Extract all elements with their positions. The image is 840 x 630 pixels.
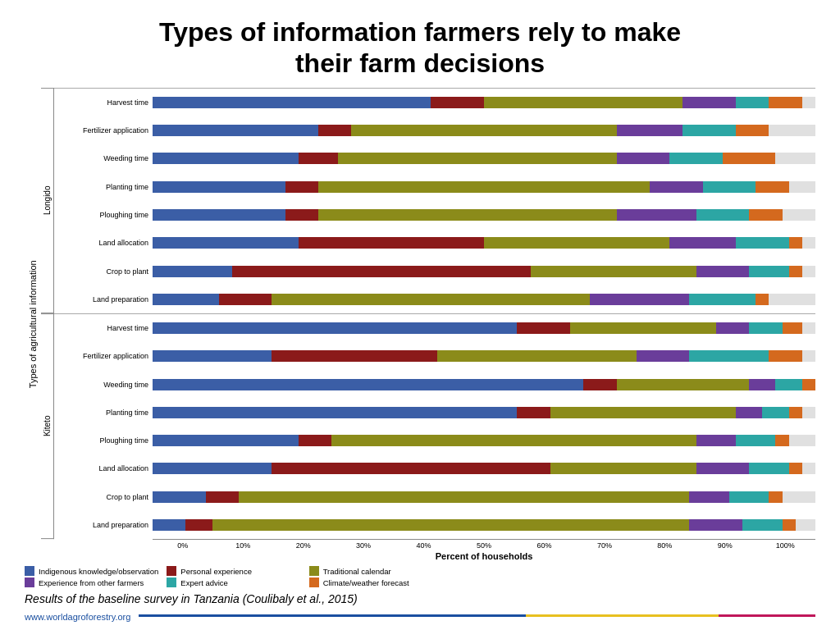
y-axis-label: Types of agricultural information bbox=[25, 88, 41, 561]
legend-swatch bbox=[167, 578, 176, 587]
legend-container: Indigenous knowledge/observationPersonal… bbox=[25, 566, 815, 587]
x-tick: 20% bbox=[273, 541, 333, 550]
x-tick: 0% bbox=[153, 541, 212, 550]
bar-segment bbox=[689, 350, 769, 362]
bar-label: Crop to plant bbox=[54, 267, 153, 276]
bar-row: Crop to plant bbox=[54, 482, 815, 510]
bar-segment bbox=[617, 379, 750, 390]
x-tick: 40% bbox=[394, 541, 454, 550]
x-tick: 60% bbox=[514, 541, 574, 550]
bar-segment bbox=[682, 125, 736, 136]
bar-segment bbox=[318, 181, 650, 193]
footer-citation: Results of the baseline survey in Tanzan… bbox=[25, 592, 815, 605]
group-longido: LongidoHarvest timeFertilizer applicatio… bbox=[41, 88, 815, 313]
bar-segment bbox=[590, 294, 689, 305]
bar-segment bbox=[775, 379, 801, 390]
x-tick: 10% bbox=[212, 541, 272, 550]
group-rows-0: Harvest timeFertilizer applicationWeedin… bbox=[54, 88, 815, 313]
bar-segment bbox=[783, 519, 796, 531]
bar-segment bbox=[769, 97, 801, 108]
legend-swatch bbox=[309, 566, 319, 576]
bar-segment bbox=[272, 294, 590, 305]
bar-segment bbox=[153, 181, 285, 193]
group-label-1: Kiteto bbox=[41, 313, 54, 539]
bar-track bbox=[153, 463, 815, 474]
bar-label: Harvest time bbox=[54, 98, 153, 107]
chart-outer: LongidoHarvest timeFertilizer applicatio… bbox=[41, 88, 815, 561]
x-tick: 100% bbox=[756, 541, 815, 550]
bar-track bbox=[153, 491, 815, 503]
legend-label: Personal experience bbox=[180, 567, 252, 576]
bar-segment bbox=[437, 350, 636, 362]
bar-label: Ploughing time bbox=[54, 436, 153, 445]
legend-item: Experience from other farmers bbox=[25, 578, 158, 587]
bar-label: Fertilizer application bbox=[54, 352, 153, 360]
bar-segment bbox=[570, 322, 716, 334]
legend-item: Traditional calendar bbox=[309, 566, 443, 576]
bar-row: Planting time bbox=[54, 173, 815, 201]
bar-row: Planting time bbox=[54, 399, 815, 427]
bar-segment bbox=[153, 266, 232, 277]
bar-segment bbox=[318, 125, 351, 136]
bar-segment bbox=[153, 97, 431, 108]
bar-label: Crop to plant bbox=[54, 493, 153, 501]
bar-segment bbox=[736, 435, 775, 446]
bar-segment bbox=[153, 237, 299, 249]
bar-row: Ploughing time bbox=[54, 427, 815, 454]
bar-track bbox=[153, 97, 815, 108]
bar-row: Fertilizer application bbox=[54, 116, 815, 144]
bar-segment bbox=[299, 435, 331, 446]
bar-segment bbox=[331, 435, 696, 446]
bar-segment bbox=[272, 350, 437, 362]
chart-area: Types of agricultural information Longid… bbox=[25, 88, 815, 561]
bar-segment bbox=[583, 379, 616, 390]
page: Types of information farmers rely to mak… bbox=[0, 0, 840, 630]
legend-label: Experience from other farmers bbox=[39, 578, 144, 587]
bar-segment bbox=[239, 491, 689, 503]
bar-segment bbox=[299, 153, 338, 164]
legend-item: Climate/weather forecast bbox=[309, 578, 443, 587]
footer-url: www.worldagroforestry.org bbox=[25, 612, 130, 622]
bar-segment bbox=[689, 491, 728, 503]
legend-label: Indigenous knowledge/observation bbox=[39, 567, 158, 576]
bar-segment bbox=[789, 266, 802, 277]
bar-segment bbox=[696, 463, 750, 474]
x-axis-label: Percent of households bbox=[153, 551, 815, 561]
bar-label: Land preparation bbox=[54, 295, 153, 304]
bar-segment bbox=[742, 519, 782, 531]
bar-track bbox=[153, 294, 815, 305]
bar-label: Ploughing time bbox=[54, 211, 153, 219]
x-tick: 90% bbox=[695, 541, 755, 550]
bar-segment bbox=[669, 153, 723, 164]
bar-segment bbox=[153, 153, 299, 164]
x-tick: 70% bbox=[574, 541, 634, 550]
bar-track bbox=[153, 153, 815, 164]
bar-segment bbox=[517, 407, 550, 418]
bar-segment bbox=[153, 435, 299, 446]
bar-segment bbox=[212, 519, 690, 531]
bar-segment bbox=[802, 379, 815, 390]
bar-track bbox=[153, 266, 815, 277]
bar-row: Harvest time bbox=[54, 314, 815, 342]
bar-segment bbox=[219, 294, 272, 305]
bar-row: Ploughing time bbox=[54, 201, 815, 229]
bar-label: Land preparation bbox=[54, 521, 153, 529]
bar-track bbox=[153, 181, 815, 193]
bar-segment bbox=[736, 97, 769, 108]
bar-segment bbox=[749, 463, 788, 474]
bar-track bbox=[153, 519, 815, 531]
bar-segment bbox=[756, 294, 769, 305]
bar-segment bbox=[729, 491, 769, 503]
bar-row: Land allocation bbox=[54, 454, 815, 482]
bar-segment bbox=[153, 209, 285, 221]
bar-segment bbox=[153, 379, 583, 390]
bar-segment bbox=[351, 125, 616, 136]
group-kiteto: KitetoHarvest timeFertilizer application… bbox=[41, 313, 815, 539]
bar-row: Land allocation bbox=[54, 229, 815, 257]
bar-track bbox=[153, 209, 815, 221]
page-title: Types of information farmers rely to mak… bbox=[25, 16, 815, 80]
bar-segment bbox=[153, 463, 272, 474]
bar-track bbox=[153, 379, 815, 390]
bar-track bbox=[153, 322, 815, 334]
bar-row: Land preparation bbox=[54, 511, 815, 539]
